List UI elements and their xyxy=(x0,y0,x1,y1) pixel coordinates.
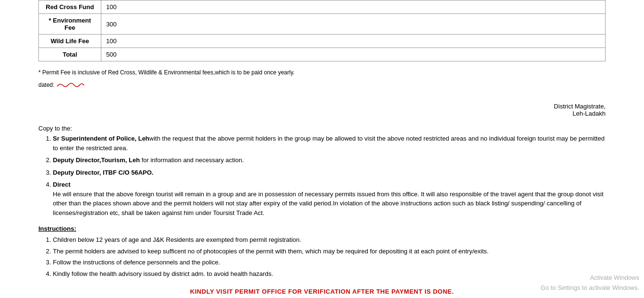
dated-label: dated: xyxy=(38,82,54,88)
windows-line2: Go to Settings to activate Windows. xyxy=(541,283,639,293)
copy-item: Deputy Director, ITBF C/O 56APO. xyxy=(53,168,606,178)
fee-value: 500 xyxy=(101,48,606,61)
fee-table: Red Cross Fund100* Environment Fee300Wil… xyxy=(38,0,606,61)
instruction-item: The permit holders are advised to keep s… xyxy=(53,247,606,256)
copy-item: Sr Superintendent of Police, Lehwith the… xyxy=(53,134,606,153)
dated-line: dated: xyxy=(38,82,606,88)
copy-title: Copy to the: xyxy=(38,125,606,132)
permit-note: * Permit Fee is inclusive of Red Cross, … xyxy=(38,69,606,76)
fee-label: Red Cross Fund xyxy=(39,0,101,14)
instructions-title: Instructions: xyxy=(38,225,606,232)
fee-label: Total xyxy=(39,48,101,61)
instruction-item: Children below 12 years of age and J&K R… xyxy=(53,235,606,245)
windows-watermark: Activate Windows Go to Settings to activ… xyxy=(541,273,639,293)
magistrate-line1: District Magistrate, xyxy=(38,103,606,110)
fee-label: * Environment Fee xyxy=(39,14,101,35)
note-text: * Permit Fee is inclusive of Red Cross, … xyxy=(38,69,294,76)
magistrate-line2: Leh-Ladakh xyxy=(38,110,606,117)
signature-scribble xyxy=(56,82,85,88)
copy-item: Deputy Director,Tourism, Leh for informa… xyxy=(53,155,606,165)
windows-line1: Activate Windows xyxy=(541,273,639,283)
instruction-item: Follow the instructions of defence perso… xyxy=(53,258,606,267)
fee-value: 100 xyxy=(101,0,606,14)
fee-value: 300 xyxy=(101,14,606,35)
instruction-item: Kindly follow the health advisory issued… xyxy=(53,269,606,279)
instructions-section: Instructions: Children below 12 years of… xyxy=(38,225,606,278)
footer-notice: KINDLY VISIT PERMIT OFFICE FOR VERIFICAT… xyxy=(38,288,606,295)
copy-section: Copy to the: Sr Superintendent of Police… xyxy=(38,125,606,217)
copy-list: Sr Superintendent of Police, Lehwith the… xyxy=(53,134,606,217)
fee-label: Wild Life Fee xyxy=(39,35,101,48)
copy-item: DirectHe will ensure that the above fore… xyxy=(53,180,606,217)
instructions-list: Children below 12 years of age and J&K R… xyxy=(53,235,606,278)
page-wrapper: Red Cross Fund100* Environment Fee300Wil… xyxy=(0,0,644,298)
fee-value: 100 xyxy=(101,35,606,48)
magistrate-section: District Magistrate, Leh-Ladakh xyxy=(38,103,606,117)
